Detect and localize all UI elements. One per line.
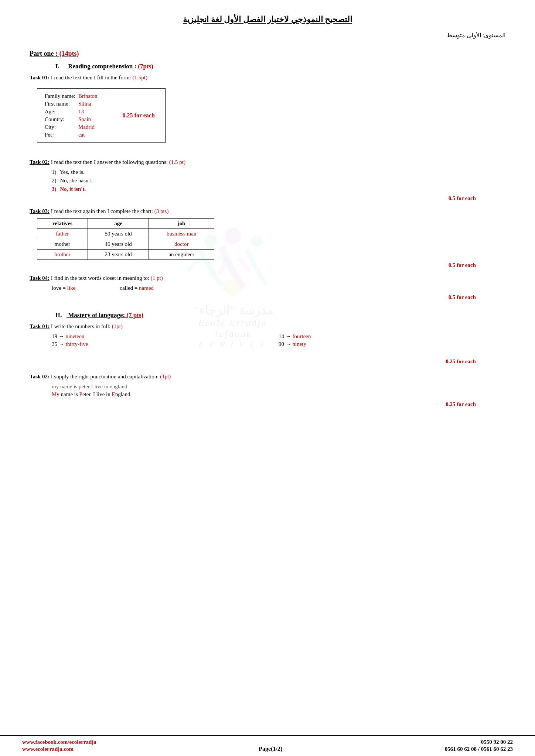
- task02-line: Task 02: I read the text then I answer t…: [30, 159, 505, 165]
- section-II-label: Mastery of language:: [68, 312, 125, 319]
- punct-cap: M: [52, 391, 57, 397]
- first-name-val: Silina: [78, 100, 100, 108]
- sII-task02-text: I supply the right punctuation and capit…: [51, 374, 159, 379]
- footer-phone2: 0561 60 62 08 / 0561 60 62 23: [445, 746, 513, 752]
- chart-job: business man: [149, 229, 214, 239]
- task04-words: love = like called = named: [52, 285, 505, 291]
- number-item-0: 19 → nineteen: [52, 333, 279, 340]
- section-I-label: Reading comprehension :: [68, 63, 136, 70]
- task04-text: I find in the text words closet in meani…: [51, 275, 149, 281]
- sII-task02-pts: (1pt): [160, 374, 171, 379]
- sII-task01-line: Task 01: I write the numbers in full: (1…: [30, 323, 505, 330]
- task02-answer-3: 3) No, it isn't.: [52, 186, 505, 192]
- task02-text: I read the text then I answer the follow…: [51, 159, 168, 165]
- section-II-pts: (7 pts): [126, 312, 143, 319]
- footer-right: 0550 92 00 22 0561 60 62 08 / 0561 60 62…: [445, 739, 513, 752]
- word-called-ans: named: [139, 285, 154, 291]
- chart-age: 46 years old: [88, 239, 149, 250]
- footer: www.facebook.com/ecolerradja www.ecolerr…: [0, 735, 535, 756]
- roman-I: I.: [55, 63, 67, 70]
- task03-line: Task 03: I read the text again then I co…: [30, 208, 505, 214]
- chart-relative: brother: [37, 250, 88, 260]
- footer-facebook[interactable]: www.facebook.com/ecolerradja: [22, 739, 96, 745]
- chart-header-relatives: relatives: [37, 219, 88, 229]
- punct-normal: eter. I live in: [82, 391, 112, 397]
- family-name-label: Family name:: [45, 92, 78, 100]
- task03-text: I read the text again then I complete th…: [51, 208, 153, 214]
- task01-line: Task 01: I read the text then I fill in …: [30, 75, 505, 81]
- roman-II: II.: [55, 312, 67, 319]
- task04-label: Task 04:: [30, 275, 50, 281]
- task02-pts-each: 0.5 for each: [449, 195, 476, 202]
- main-title: التصحيح النموذجي لاختبار الفصل الأول لغة…: [30, 15, 505, 24]
- task01-label: Task 01:: [30, 75, 50, 80]
- age-val: 13: [78, 108, 100, 116]
- chart-row: father50 years oldbusiness man: [37, 229, 214, 239]
- punct-line-correct: My name is Peter. I live in England.: [52, 391, 505, 398]
- task03-chart: relatives age job father50 years oldbusi…: [37, 218, 214, 260]
- word-love-row: love = like: [52, 285, 75, 291]
- chart-age: 50 years old: [88, 229, 149, 239]
- section-I-pts: (7pts): [138, 63, 153, 70]
- chart-row: mother46 years olddoctor: [37, 239, 214, 250]
- city-label: City:: [45, 123, 78, 131]
- footer-website[interactable]: www.ecolerradja.com: [22, 746, 96, 752]
- form-family-name: Family name: Brinston 0.25 for each: [45, 92, 158, 100]
- sII-task02-line: Task 02: I supply the right punctuation …: [30, 374, 505, 380]
- first-name-label: First name:: [45, 100, 78, 108]
- task01-text: I read the text then I fill in the form:: [51, 75, 131, 80]
- chart-age: 23 years old: [88, 250, 149, 260]
- part-one-pts: (14pts): [59, 50, 79, 57]
- punct-normal: y name is: [57, 391, 79, 397]
- task03-label: Task 03:: [30, 208, 50, 214]
- pet-val: cat: [78, 131, 100, 139]
- pts-each-form: 0.25 for each: [100, 92, 158, 139]
- part-one-heading: Part one : (14pts): [30, 50, 505, 58]
- section-II-heading: II. Mastery of language: (7 pts): [44, 312, 505, 319]
- family-name-val: Brinston: [78, 92, 100, 100]
- task03-pts-each: 0.5 for each: [449, 262, 476, 268]
- task03-pts: (3 pts): [154, 208, 169, 214]
- task04-pts-each: 0.5 for each: [449, 294, 476, 300]
- country-val: Spain: [78, 116, 100, 123]
- sII-task01-pts: (1pt): [112, 323, 123, 329]
- section-I-heading: I. Reading comprehension : (7pts): [44, 63, 505, 70]
- task02-pts: (1.5 pt): [169, 159, 185, 165]
- number-item-3: 90 → ninety: [279, 341, 505, 347]
- task02-answer-2: 2) No, she hasn't.: [52, 178, 505, 184]
- city-val: Madrid: [78, 123, 100, 131]
- punct-normal: ngland.: [115, 391, 132, 397]
- footer-phone1: 0550 92 00 22: [481, 739, 513, 745]
- part-one-label: Part one :: [30, 50, 58, 57]
- word-love-ans: like: [67, 285, 76, 291]
- task04-line: Task 04: I find in the text words closet…: [30, 275, 505, 281]
- task02-answer-1: 1) Yes, she is.: [52, 169, 505, 175]
- country-label: Country:: [45, 116, 78, 123]
- punct-line-wrong: my name is peter I live in england.: [52, 384, 505, 390]
- punct-cap: E: [112, 391, 115, 397]
- pet-label: Pet :: [45, 131, 78, 139]
- sII-task02-pts-each: 0.25 for each: [446, 401, 476, 408]
- task01-pts: (1.5pt): [133, 75, 147, 80]
- chart-header-job: job: [149, 219, 214, 229]
- numbers-grid: 19 → nineteen14 → fourteen35 → thirty-fi…: [52, 333, 505, 347]
- level-line: المستوى: الأولى متوسط: [30, 32, 505, 39]
- number-item-2: 35 → thirty-five: [52, 341, 279, 347]
- footer-left: www.facebook.com/ecolerradja www.ecolerr…: [22, 739, 96, 752]
- chart-row: brother23 years oldan engineer: [37, 250, 214, 260]
- sII-task01-pts-each: 0.25 for each: [446, 358, 476, 365]
- section-II: II. Mastery of language: (7 pts) Task 01…: [30, 312, 505, 408]
- word-called-row: called = named: [120, 285, 154, 291]
- chart-job: doctor: [149, 239, 214, 250]
- task01-form: Family name: Brinston 0.25 for each Firs…: [37, 88, 166, 143]
- task02-label: Task 02:: [30, 159, 50, 165]
- chart-relative: father: [37, 229, 88, 239]
- age-label: Age:: [45, 108, 78, 116]
- number-item-1: 14 → fourteen: [279, 333, 505, 340]
- chart-header-age: age: [88, 219, 149, 229]
- chart-relative: mother: [37, 239, 88, 250]
- punct-box: my name is peter I live in england. My n…: [52, 384, 505, 398]
- chart-job: an engineer: [149, 250, 214, 260]
- task02-answers: 1) Yes, she is. 2) No, she hasn't. 3) No…: [52, 169, 505, 192]
- task04-pts: (1 pt): [151, 275, 163, 281]
